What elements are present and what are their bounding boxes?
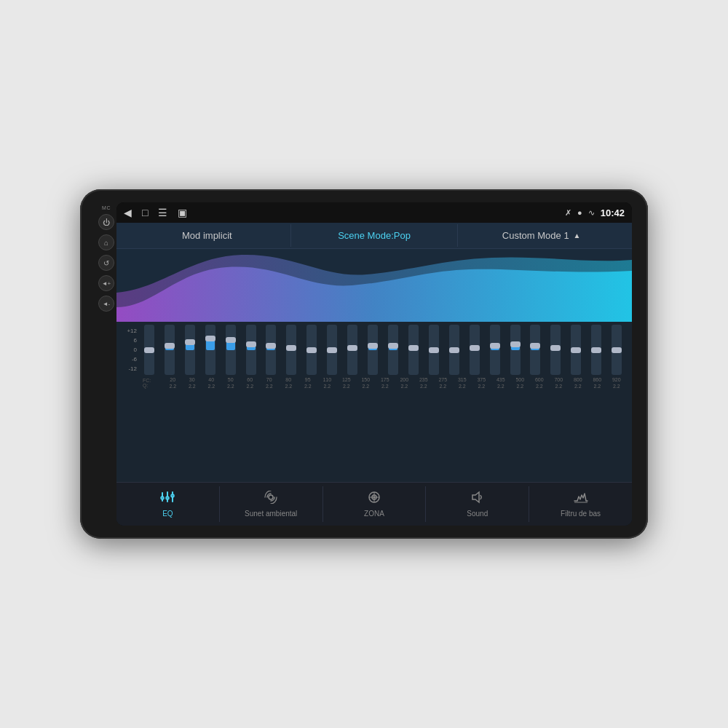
eq-band-150[interactable] [343,325,362,375]
band-label-500: 5002.2 [510,376,530,389]
home-button[interactable]: ⌂ [98,234,114,250]
band-thumb-860[interactable] [591,347,601,353]
eq-band-435[interactable] [486,325,505,375]
eq-band-175[interactable] [363,325,382,375]
band-track-275[interactable] [429,325,439,375]
band-track-600[interactable] [530,325,540,375]
eq-band-30[interactable] [160,325,179,375]
mode-default[interactable]: Mod implicit [124,224,291,247]
home-nav-icon[interactable]: □ [142,207,148,218]
tab-bass[interactable]: Filtru de bas [529,486,632,522]
tab-bass-label: Filtru de bas [561,510,601,518]
eq-band-95[interactable] [282,325,301,375]
mode-custom[interactable]: Custom Mode 1 ▲ [458,224,625,247]
eq-band-920[interactable] [607,325,626,375]
band-track-235[interactable] [408,325,419,375]
band-thumb-700[interactable] [550,345,561,351]
band-track-700[interactable] [550,325,561,375]
menu-nav-icon[interactable]: ☰ [158,207,167,218]
band-thumb-275[interactable] [429,347,439,353]
band-thumb-920[interactable] [612,347,622,353]
band-thumb-40[interactable] [185,339,195,345]
band-thumb-200[interactable] [388,343,398,349]
band-thumb-235[interactable] [408,345,419,351]
eq-band-20[interactable] [140,325,159,375]
band-thumb-30[interactable] [165,343,175,349]
svg-marker-15 [472,492,479,502]
bluetooth-icon: ✗ [565,208,571,218]
eq-band-275[interactable] [424,325,443,375]
band-track-860[interactable] [591,325,601,375]
eq-band-375[interactable] [465,325,484,375]
band-track-375[interactable] [470,325,480,375]
band-thumb-800[interactable] [571,347,581,353]
band-track-30[interactable] [165,325,175,375]
band-track-150[interactable] [347,325,357,375]
band-thumb-500[interactable] [510,341,521,347]
recent-nav-icon[interactable]: ▣ [178,207,187,218]
eq-band-80[interactable] [262,325,281,375]
band-thumb-315[interactable] [449,347,459,353]
band-track-435[interactable] [490,325,500,375]
band-track-920[interactable] [612,325,622,375]
eq-band-110[interactable] [302,325,321,375]
eq-band-50[interactable] [201,325,220,375]
eq-band-600[interactable] [526,325,545,375]
eq-band-125[interactable] [323,325,341,375]
eq-band-700[interactable] [546,325,565,375]
band-track-110[interactable] [306,325,317,375]
band-thumb-125[interactable] [327,347,337,353]
band-thumb-20[interactable] [144,347,154,353]
band-thumb-60[interactable] [226,337,236,343]
band-track-50[interactable] [205,325,215,375]
band-track-800[interactable] [571,325,581,375]
band-track-40[interactable] [185,325,195,375]
band-thumb-435[interactable] [490,343,500,349]
band-thumb-150[interactable] [347,345,357,351]
band-track-95[interactable] [286,325,296,375]
band-track-175[interactable] [368,325,378,375]
eq-band-315[interactable] [445,325,464,375]
eq-band-800[interactable] [566,325,585,375]
band-label-40: 402.2 [202,376,221,389]
band-track-70[interactable] [246,325,256,375]
eq-band-40[interactable] [181,325,199,375]
vol-up-button[interactable]: ◄+ [98,275,114,291]
eq-band-200[interactable] [384,325,403,375]
power-button[interactable]: ⏻ [98,214,114,230]
back-button[interactable]: ↺ [98,255,114,271]
band-track-125[interactable] [327,325,337,375]
band-thumb-175[interactable] [368,343,378,349]
eq-band-70[interactable] [242,325,261,375]
band-track-200[interactable] [388,325,398,375]
band-thumb-70[interactable] [246,341,256,347]
band-thumb-95[interactable] [286,345,296,351]
eq-band-860[interactable] [587,325,606,375]
eq-band-60[interactable] [221,325,240,375]
band-label-175: 1752.2 [376,376,395,389]
tab-zone[interactable]: ZONA [323,486,427,522]
eq-band-500[interactable] [506,325,525,375]
band-thumb-375[interactable] [470,345,480,351]
band-thumb-80[interactable] [266,343,276,349]
band-track-60[interactable] [226,325,236,375]
band-track-20[interactable] [144,325,154,375]
band-track-315[interactable] [449,325,459,375]
band-labels: FC:Q: 202.2302.2402.2502.2602.2702.2802.… [122,376,626,389]
tab-ambient[interactable]: Sunet ambiental [220,486,323,522]
band-label-30: 302.2 [183,376,202,389]
vol-down-button[interactable]: ◄- [98,296,114,312]
band-thumb-600[interactable] [530,343,540,349]
mode-scene[interactable]: Scene Mode:Pop [291,224,459,247]
band-thumb-50[interactable] [205,336,215,341]
band-track-80[interactable] [266,325,276,375]
tab-eq[interactable]: EQ [116,486,220,522]
band-label-20: 202.2 [163,376,183,389]
band-thumb-110[interactable] [306,347,317,353]
band-label-375: 3752.2 [472,376,491,389]
band-track-500[interactable] [510,325,521,375]
tab-sound[interactable]: Sound [426,486,529,522]
band-label-80: 802.2 [279,376,298,389]
eq-band-235[interactable] [404,325,423,375]
back-nav-icon[interactable]: ◀ [124,207,132,218]
